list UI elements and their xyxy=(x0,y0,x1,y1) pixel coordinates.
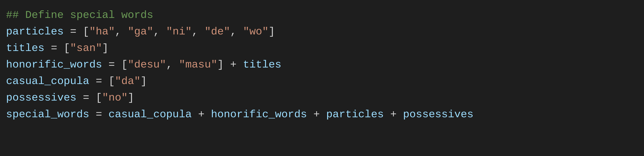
casual-var: casual_copula xyxy=(6,73,89,90)
line-particles: particles = ["ha", "ga", "ni", "de", "wo… xyxy=(6,24,638,40)
special-plus3: + xyxy=(384,106,403,123)
particles-open: [ xyxy=(83,24,89,40)
line-possessives: possessives = ["no"] xyxy=(6,90,638,106)
honorific-eq: = xyxy=(102,56,121,73)
casual-eq: = xyxy=(89,73,108,90)
code-editor: ## Define special words particles = ["ha… xyxy=(0,0,644,156)
particles-sep2: , xyxy=(153,24,166,40)
honorific-close: ] xyxy=(217,56,224,73)
honorific-desu: "desu" xyxy=(128,56,166,73)
particles-ni: "ni" xyxy=(166,24,192,40)
special-plus2: + xyxy=(307,106,326,123)
possessives-close: ] xyxy=(128,90,134,106)
particles-ha: "ha" xyxy=(89,24,115,40)
casual-da: "da" xyxy=(115,73,140,90)
particles-var: particles xyxy=(6,24,64,40)
honorific-titles-ref: titles xyxy=(243,56,282,73)
special-possessives-ref: possessives xyxy=(403,106,474,123)
special-plus1: + xyxy=(192,106,211,123)
line-titles: titles = ["san"] xyxy=(6,40,638,56)
honorific-masu: "masu" xyxy=(179,56,217,73)
possessives-no: "no" xyxy=(102,90,128,106)
line-honorific: honorific_words = ["desu", "masu"] + tit… xyxy=(6,56,638,73)
line-special: special_words = casual_copula + honorifi… xyxy=(6,106,638,123)
honorific-plus: + xyxy=(224,56,243,73)
particles-ga: "ga" xyxy=(128,24,153,40)
special-particles-ref: particles xyxy=(326,106,384,123)
titles-eq: = xyxy=(44,40,64,56)
special-var: special_words xyxy=(6,106,89,123)
titles-var: titles xyxy=(6,40,44,56)
titles-open: [ xyxy=(64,40,70,56)
particles-sep1: , xyxy=(115,24,128,40)
possessives-open: [ xyxy=(96,90,102,106)
line-comment: ## Define special words xyxy=(6,7,638,24)
particles-de: "de" xyxy=(204,24,230,40)
honorific-sep: , xyxy=(166,56,179,73)
possessives-eq: = xyxy=(76,90,96,106)
particles-sep4: , xyxy=(230,24,243,40)
titles-san: "san" xyxy=(70,40,102,56)
special-casual-ref: casual_copula xyxy=(108,106,192,123)
titles-close: ] xyxy=(102,40,108,56)
casual-open: [ xyxy=(108,73,115,90)
possessives-var: possessives xyxy=(6,90,76,106)
comment-text: ## Define special words xyxy=(6,7,153,24)
special-eq: = xyxy=(89,106,108,123)
special-honorific-ref: honorific_words xyxy=(211,106,307,123)
particles-sep3: , xyxy=(192,24,204,40)
particles-wo: "wo" xyxy=(243,24,269,40)
particles-close: ] xyxy=(269,24,275,40)
line-casual: casual_copula = ["da"] xyxy=(6,73,638,90)
casual-close: ] xyxy=(140,73,147,90)
honorific-var: honorific_words xyxy=(6,56,102,73)
honorific-open: [ xyxy=(121,56,128,73)
particles-eq: = xyxy=(64,24,83,40)
